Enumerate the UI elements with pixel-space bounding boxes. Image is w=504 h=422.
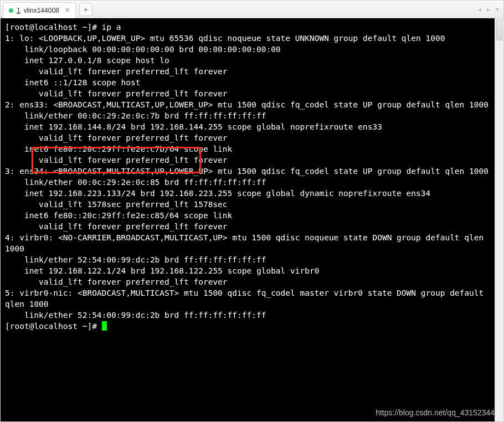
tab-label: vlinx144008 xyxy=(24,7,59,14)
nav-menu-icon[interactable]: ▾ xyxy=(496,6,499,13)
tab-label-prefix: 1 xyxy=(17,7,20,14)
status-dot-icon xyxy=(9,8,13,13)
nav-right-icon[interactable]: ▸ xyxy=(487,6,490,13)
tab-vlinx144008[interactable]: 1 vlinx144008 ✕ xyxy=(3,2,76,18)
scrollbar[interactable] xyxy=(495,18,503,421)
terminal[interactable]: [root@localhost ~]# ip a 1: lo: <LOOPBAC… xyxy=(1,18,495,421)
nav-left-icon[interactable]: ◂ xyxy=(478,6,481,13)
add-tab-button[interactable]: + xyxy=(79,3,92,16)
scroll-thumb[interactable] xyxy=(496,19,502,40)
close-icon[interactable]: ✕ xyxy=(65,7,70,14)
cursor-icon xyxy=(102,321,107,331)
tab-bar: 1 vlinx144008 ✕ + ◂ ▸ ▾ xyxy=(1,1,503,18)
app-window: 1 vlinx144008 ✕ + ◂ ▸ ▾ [root@localhost … xyxy=(0,0,504,422)
terminal-container: [root@localhost ~]# ip a 1: lo: <LOOPBAC… xyxy=(1,18,503,421)
tab-nav: ◂ ▸ ▾ xyxy=(478,1,499,18)
